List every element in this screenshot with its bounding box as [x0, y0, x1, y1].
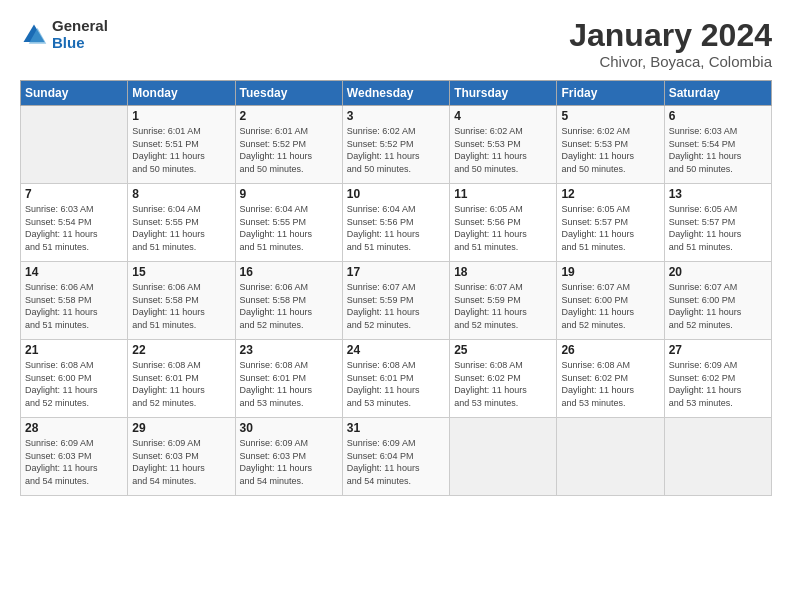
day-cell: 24Sunrise: 6:08 AMSunset: 6:01 PMDayligh…	[342, 340, 449, 418]
day-cell: 11Sunrise: 6:05 AMSunset: 5:56 PMDayligh…	[450, 184, 557, 262]
day-detail: Sunrise: 6:08 AMSunset: 6:02 PMDaylight:…	[561, 359, 659, 409]
day-number: 18	[454, 265, 552, 279]
day-number: 10	[347, 187, 445, 201]
day-cell: 4Sunrise: 6:02 AMSunset: 5:53 PMDaylight…	[450, 106, 557, 184]
day-cell: 7Sunrise: 6:03 AMSunset: 5:54 PMDaylight…	[21, 184, 128, 262]
page: General Blue January 2024 Chivor, Boyaca…	[0, 0, 792, 612]
day-number: 27	[669, 343, 767, 357]
day-cell: 17Sunrise: 6:07 AMSunset: 5:59 PMDayligh…	[342, 262, 449, 340]
day-number: 24	[347, 343, 445, 357]
day-detail: Sunrise: 6:02 AMSunset: 5:52 PMDaylight:…	[347, 125, 445, 175]
day-number: 25	[454, 343, 552, 357]
day-cell: 18Sunrise: 6:07 AMSunset: 5:59 PMDayligh…	[450, 262, 557, 340]
day-cell: 30Sunrise: 6:09 AMSunset: 6:03 PMDayligh…	[235, 418, 342, 496]
day-number: 20	[669, 265, 767, 279]
calendar-title: January 2024	[569, 18, 772, 53]
day-number: 28	[25, 421, 123, 435]
day-detail: Sunrise: 6:09 AMSunset: 6:02 PMDaylight:…	[669, 359, 767, 409]
day-cell: 6Sunrise: 6:03 AMSunset: 5:54 PMDaylight…	[664, 106, 771, 184]
day-cell	[450, 418, 557, 496]
day-cell: 8Sunrise: 6:04 AMSunset: 5:55 PMDaylight…	[128, 184, 235, 262]
day-detail: Sunrise: 6:05 AMSunset: 5:57 PMDaylight:…	[669, 203, 767, 253]
day-cell: 16Sunrise: 6:06 AMSunset: 5:58 PMDayligh…	[235, 262, 342, 340]
day-number: 3	[347, 109, 445, 123]
day-cell: 27Sunrise: 6:09 AMSunset: 6:02 PMDayligh…	[664, 340, 771, 418]
day-number: 29	[132, 421, 230, 435]
day-cell	[557, 418, 664, 496]
day-cell: 5Sunrise: 6:02 AMSunset: 5:53 PMDaylight…	[557, 106, 664, 184]
col-thursday: Thursday	[450, 81, 557, 106]
logo-general: General	[52, 18, 108, 35]
col-wednesday: Wednesday	[342, 81, 449, 106]
logo: General Blue	[20, 18, 108, 51]
day-number: 1	[132, 109, 230, 123]
col-saturday: Saturday	[664, 81, 771, 106]
day-detail: Sunrise: 6:04 AMSunset: 5:56 PMDaylight:…	[347, 203, 445, 253]
day-detail: Sunrise: 6:05 AMSunset: 5:56 PMDaylight:…	[454, 203, 552, 253]
day-cell	[21, 106, 128, 184]
day-detail: Sunrise: 6:02 AMSunset: 5:53 PMDaylight:…	[454, 125, 552, 175]
day-detail: Sunrise: 6:08 AMSunset: 6:01 PMDaylight:…	[347, 359, 445, 409]
day-number: 9	[240, 187, 338, 201]
day-detail: Sunrise: 6:07 AMSunset: 6:00 PMDaylight:…	[669, 281, 767, 331]
day-detail: Sunrise: 6:09 AMSunset: 6:03 PMDaylight:…	[240, 437, 338, 487]
day-number: 31	[347, 421, 445, 435]
day-detail: Sunrise: 6:09 AMSunset: 6:03 PMDaylight:…	[132, 437, 230, 487]
day-detail: Sunrise: 6:01 AMSunset: 5:52 PMDaylight:…	[240, 125, 338, 175]
day-number: 21	[25, 343, 123, 357]
day-cell: 13Sunrise: 6:05 AMSunset: 5:57 PMDayligh…	[664, 184, 771, 262]
day-cell: 21Sunrise: 6:08 AMSunset: 6:00 PMDayligh…	[21, 340, 128, 418]
calendar-subtitle: Chivor, Boyaca, Colombia	[569, 53, 772, 70]
logo-blue: Blue	[52, 35, 108, 52]
day-cell: 15Sunrise: 6:06 AMSunset: 5:58 PMDayligh…	[128, 262, 235, 340]
day-number: 11	[454, 187, 552, 201]
day-number: 2	[240, 109, 338, 123]
calendar-body: 1Sunrise: 6:01 AMSunset: 5:51 PMDaylight…	[21, 106, 772, 496]
day-number: 22	[132, 343, 230, 357]
day-detail: Sunrise: 6:06 AMSunset: 5:58 PMDaylight:…	[132, 281, 230, 331]
day-cell: 9Sunrise: 6:04 AMSunset: 5:55 PMDaylight…	[235, 184, 342, 262]
day-cell: 25Sunrise: 6:08 AMSunset: 6:02 PMDayligh…	[450, 340, 557, 418]
day-detail: Sunrise: 6:06 AMSunset: 5:58 PMDaylight:…	[25, 281, 123, 331]
day-cell: 12Sunrise: 6:05 AMSunset: 5:57 PMDayligh…	[557, 184, 664, 262]
week-row-5: 28Sunrise: 6:09 AMSunset: 6:03 PMDayligh…	[21, 418, 772, 496]
day-cell: 20Sunrise: 6:07 AMSunset: 6:00 PMDayligh…	[664, 262, 771, 340]
day-cell: 14Sunrise: 6:06 AMSunset: 5:58 PMDayligh…	[21, 262, 128, 340]
day-detail: Sunrise: 6:02 AMSunset: 5:53 PMDaylight:…	[561, 125, 659, 175]
day-number: 26	[561, 343, 659, 357]
col-friday: Friday	[557, 81, 664, 106]
title-block: January 2024 Chivor, Boyaca, Colombia	[569, 18, 772, 70]
day-detail: Sunrise: 6:08 AMSunset: 6:00 PMDaylight:…	[25, 359, 123, 409]
header-row: Sunday Monday Tuesday Wednesday Thursday…	[21, 81, 772, 106]
day-detail: Sunrise: 6:03 AMSunset: 5:54 PMDaylight:…	[669, 125, 767, 175]
day-detail: Sunrise: 6:07 AMSunset: 6:00 PMDaylight:…	[561, 281, 659, 331]
day-detail: Sunrise: 6:08 AMSunset: 6:01 PMDaylight:…	[240, 359, 338, 409]
day-detail: Sunrise: 6:09 AMSunset: 6:03 PMDaylight:…	[25, 437, 123, 487]
logo-text: General Blue	[52, 18, 108, 51]
week-row-4: 21Sunrise: 6:08 AMSunset: 6:00 PMDayligh…	[21, 340, 772, 418]
header: General Blue January 2024 Chivor, Boyaca…	[20, 18, 772, 70]
logo-icon	[20, 21, 48, 49]
day-cell: 2Sunrise: 6:01 AMSunset: 5:52 PMDaylight…	[235, 106, 342, 184]
day-detail: Sunrise: 6:06 AMSunset: 5:58 PMDaylight:…	[240, 281, 338, 331]
day-cell: 23Sunrise: 6:08 AMSunset: 6:01 PMDayligh…	[235, 340, 342, 418]
week-row-2: 7Sunrise: 6:03 AMSunset: 5:54 PMDaylight…	[21, 184, 772, 262]
week-row-3: 14Sunrise: 6:06 AMSunset: 5:58 PMDayligh…	[21, 262, 772, 340]
calendar-header: Sunday Monday Tuesday Wednesday Thursday…	[21, 81, 772, 106]
calendar-table: Sunday Monday Tuesday Wednesday Thursday…	[20, 80, 772, 496]
col-tuesday: Tuesday	[235, 81, 342, 106]
day-number: 5	[561, 109, 659, 123]
day-cell: 19Sunrise: 6:07 AMSunset: 6:00 PMDayligh…	[557, 262, 664, 340]
day-detail: Sunrise: 6:07 AMSunset: 5:59 PMDaylight:…	[347, 281, 445, 331]
day-number: 17	[347, 265, 445, 279]
col-sunday: Sunday	[21, 81, 128, 106]
day-detail: Sunrise: 6:05 AMSunset: 5:57 PMDaylight:…	[561, 203, 659, 253]
day-detail: Sunrise: 6:04 AMSunset: 5:55 PMDaylight:…	[240, 203, 338, 253]
day-number: 13	[669, 187, 767, 201]
day-number: 6	[669, 109, 767, 123]
day-cell: 26Sunrise: 6:08 AMSunset: 6:02 PMDayligh…	[557, 340, 664, 418]
day-detail: Sunrise: 6:08 AMSunset: 6:02 PMDaylight:…	[454, 359, 552, 409]
day-detail: Sunrise: 6:04 AMSunset: 5:55 PMDaylight:…	[132, 203, 230, 253]
day-number: 15	[132, 265, 230, 279]
day-detail: Sunrise: 6:03 AMSunset: 5:54 PMDaylight:…	[25, 203, 123, 253]
